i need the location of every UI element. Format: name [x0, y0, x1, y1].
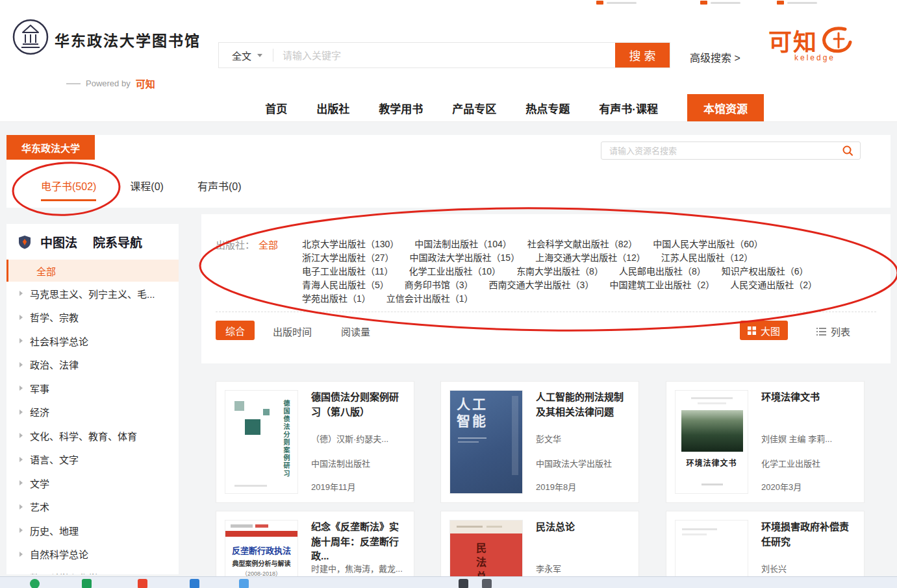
sidebar-tab-classification[interactable]: 中图法: [40, 233, 77, 251]
publisher-filter-link[interactable]: 知识产权出版社（6）: [722, 265, 809, 278]
search-button[interactable]: 搜 索: [615, 43, 670, 67]
sidebar-category-label: 社会科学总论: [30, 334, 88, 348]
resource-search-input[interactable]: [601, 146, 842, 156]
cover-title-text: 人工 智能: [457, 396, 488, 430]
taskbar-app-icon[interactable]: [138, 579, 147, 588]
publisher-filter-link[interactable]: 中国法制出版社（104）: [414, 238, 511, 251]
nav-item-library-resources[interactable]: 本馆资源: [687, 94, 764, 121]
sidebar-category-item[interactable]: 历史、地理: [6, 519, 179, 543]
taskbar-app-icon[interactable]: [239, 579, 249, 588]
sort-comprehensive-button[interactable]: 综合: [216, 321, 255, 340]
publisher-filter-link[interactable]: 西南交通大学出版社（3）: [489, 278, 594, 291]
chevron-right-icon: [19, 552, 23, 557]
publisher-filter-all[interactable]: 全部: [259, 238, 278, 251]
sidebar-category-item[interactable]: 军事: [6, 376, 179, 400]
cover-decoration: [245, 419, 260, 435]
chevron-right-icon: [19, 480, 23, 485]
view-large-label: 大图: [761, 324, 780, 337]
nav-item-publishers[interactable]: 出版社: [316, 94, 349, 121]
book-cover[interactable]: 人工 智能: [449, 390, 523, 494]
book-title[interactable]: 德国债法分则案例研习（第八版）: [311, 390, 406, 419]
publisher-filter-link[interactable]: 人民交通出版社（2）: [730, 278, 817, 291]
sidebar-category-label: 自然科学总论: [30, 547, 88, 561]
publisher-filter-link[interactable]: 中国政法大学出版社（15）: [410, 251, 520, 264]
powered-by-brand[interactable]: 可知: [136, 77, 155, 90]
sidebar-category-item[interactable]: 哲学、宗教: [6, 306, 179, 330]
sort-reads-option[interactable]: 阅读量: [341, 325, 370, 338]
nav-item-product-zone[interactable]: 产品专区: [452, 94, 496, 121]
view-list-button[interactable]: 列表: [816, 325, 850, 338]
publisher-filter-link[interactable]: 青海人民出版社（5）: [302, 278, 389, 291]
keledge-logo[interactable]: 可知 keledge: [768, 23, 853, 62]
sidebar-category-all[interactable]: 全部: [6, 260, 179, 282]
publisher-filter-link[interactable]: 立信会计出版社（1）: [386, 292, 474, 305]
sidebar-category-item[interactable]: 社会科学总论: [6, 329, 179, 353]
page: 华东政法大学图书馆 Powered by 可知 全文 搜 索 高级搜索 > 可知: [0, 0, 897, 588]
sidebar-category-item[interactable]: 自然科学总论: [6, 543, 179, 567]
sidebar-category-label: 历史、地理: [30, 524, 79, 537]
sidebar-category-item[interactable]: 文化、科学、教育、体育: [6, 424, 179, 448]
search-input[interactable]: [273, 43, 615, 67]
publisher-filter-link[interactable]: 东南大学出版社（8）: [516, 265, 603, 278]
publisher-filter-link[interactable]: 学苑出版社（1）: [302, 292, 371, 305]
book-card[interactable]: 德国债法分则案例研习 德国债法分则案例研习（第八版） （德）汉斯·约瑟夫... …: [216, 381, 414, 503]
book-title[interactable]: 民法总论: [536, 520, 631, 535]
nav-item-textbooks[interactable]: 教学用书: [379, 94, 423, 121]
tab-courses[interactable]: 课程(0): [130, 173, 164, 201]
publisher-filter-link[interactable]: 人民邮电出版社（8）: [619, 265, 706, 278]
sidebar-category-item[interactable]: 文学: [6, 471, 179, 495]
book-cover[interactable]: 环境法律文书: [675, 390, 748, 494]
sort-bar: 综合 出版时间 阅读量 大图 列表: [216, 321, 876, 340]
view-large-button[interactable]: 大图: [740, 321, 788, 340]
sidebar-category-item[interactable]: 马克思主义、列宁主义、毛...: [6, 282, 179, 306]
sidebar-category-item[interactable]: 数理科学和化学: [6, 566, 179, 574]
tab-ebooks[interactable]: 电子书(502): [41, 173, 96, 201]
search-icon[interactable]: [842, 145, 853, 156]
book-title[interactable]: 人工智能的刑法规制及其相关法律问题: [536, 390, 631, 419]
taskbar-app-icon[interactable]: [82, 579, 92, 588]
keledge-logo-text: 可知: [768, 23, 818, 57]
publisher-filter-link[interactable]: 北京大学出版社（130）: [302, 238, 399, 251]
site-header: 华东政法大学图书馆 Powered by 可知 全文 搜 索 高级搜索 > 可知: [0, 6, 897, 94]
book-title[interactable]: 环境损害政府补偿责任研究: [761, 520, 856, 549]
publisher-filter-link[interactable]: 中国建筑工业出版社（2）: [609, 278, 714, 291]
publisher-filter-link[interactable]: 上海交通大学出版社（12）: [535, 251, 646, 264]
browser-bookmarks-strip: [0, 0, 897, 6]
sidebar-category-item[interactable]: 艺术: [6, 495, 179, 519]
publisher-filter-link[interactable]: 社会科学文献出版社（82）: [527, 238, 638, 251]
book-date: 2019年11月: [311, 480, 406, 493]
cover-photo: [681, 410, 743, 452]
sidebar-category-item[interactable]: 语言、文字: [6, 448, 179, 472]
nav-item-audiobooks-courses[interactable]: 有声书·课程: [599, 94, 658, 121]
taskbar-app-icon[interactable]: [190, 579, 199, 588]
publisher-filter-link[interactable]: 电子工业出版社（11）: [302, 265, 394, 278]
search-scope-select[interactable]: 全文: [219, 43, 273, 67]
chevron-down-icon: [257, 54, 262, 57]
taskbar-app-icon[interactable]: [482, 579, 492, 588]
school-tab[interactable]: 华东政法大学: [6, 135, 95, 160]
library-name[interactable]: 华东政法大学图书馆: [55, 29, 201, 51]
sort-pubtime-option[interactable]: 出版时间: [273, 325, 312, 338]
publisher-filter-link[interactable]: 江苏人民出版社（12）: [661, 251, 753, 264]
advanced-search-link[interactable]: 高级搜索 >: [690, 49, 740, 65]
book-title[interactable]: 纪念《反垄断法》实施十周年：反垄断行政...: [311, 520, 406, 564]
sidebar-category-label: 政治、法律: [30, 358, 79, 371]
nav-item-hot-topics[interactable]: 热点专题: [525, 94, 570, 121]
sidebar-tab-departments[interactable]: 院系导航: [93, 233, 142, 251]
chevron-right-icon: [19, 315, 23, 320]
cover-decoration: [458, 441, 479, 443]
book-cover[interactable]: 德国债法分则案例研习: [225, 390, 298, 494]
sidebar-category-item[interactable]: 政治、法律: [6, 353, 179, 377]
book-title[interactable]: 环境法律文书: [761, 390, 856, 405]
book-card[interactable]: 环境法律文书 环境法律文书 刘佳嫇 主编 李莉... 化学工业出版社 2020年…: [666, 381, 865, 503]
publisher-filter-link[interactable]: 浙江大学出版社（27）: [302, 251, 394, 264]
sidebar-category-item[interactable]: 经济: [6, 400, 179, 424]
tab-audiobooks[interactable]: 有声书(0): [197, 173, 242, 201]
taskbar-app-icon[interactable]: [30, 579, 40, 588]
nav-item-home[interactable]: 首页: [265, 94, 287, 121]
publisher-filter-link[interactable]: 商务印书馆（3）: [405, 278, 474, 291]
publisher-filter-link[interactable]: 化学工业出版社（10）: [409, 265, 501, 278]
publisher-filter-link[interactable]: 中国人民大学出版社（60）: [653, 238, 763, 251]
taskbar-app-icon[interactable]: [459, 579, 468, 588]
book-card[interactable]: 人工 智能 人工智能的刑法规制及其相关法律问题 彭文华 中国政法大学出版社 20…: [440, 381, 639, 503]
